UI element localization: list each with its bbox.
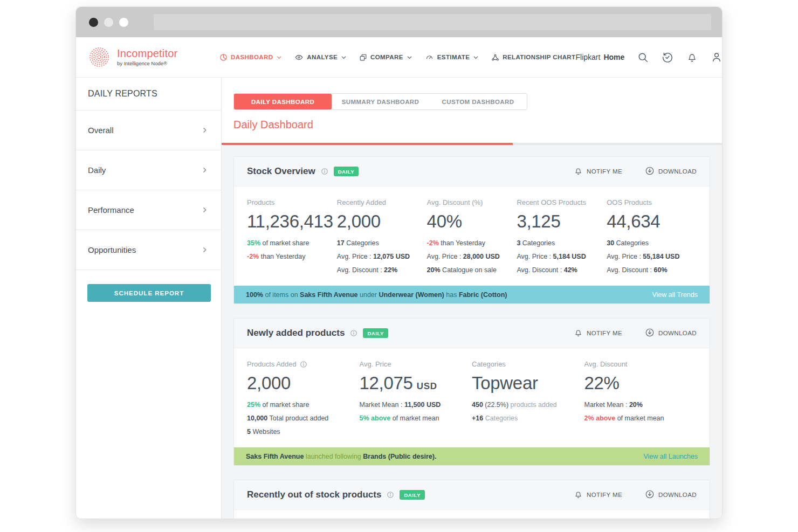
- insight-text: 100% of items on Saks Fifth Avenue under…: [246, 291, 507, 299]
- download-icon: [645, 489, 655, 500]
- info-icon[interactable]: [350, 329, 357, 337]
- banner-action-link[interactable]: View all Launches: [643, 453, 698, 460]
- card-header: Recently out of stock productsDAILYNOTIF…: [234, 480, 710, 510]
- daily-badge: DAILY: [334, 167, 359, 176]
- nav-item-label: ANALYSE: [307, 54, 338, 60]
- window-control-close[interactable]: [89, 18, 98, 27]
- metric-products: Products11,236,41335% of market share-2%…: [247, 198, 337, 277]
- metric-value: 12,075USD: [360, 373, 472, 393]
- metric-value: Topwear: [472, 373, 584, 393]
- metric-label: Categories: [472, 360, 584, 368]
- metric-avg-price: Avg. Price12,075USDMarket Mean : 11,500 …: [360, 360, 472, 439]
- metric-subline: 5% above of market mean: [360, 412, 472, 425]
- download-button[interactable]: DOWNLOAD: [645, 166, 697, 177]
- sidebar: DAILY REPORTS OverallDailyPerformanceOpp…: [76, 78, 222, 519]
- metric-value: 40%: [427, 211, 517, 232]
- metric-sublines: 25% of market share10,000 Total product …: [247, 398, 360, 439]
- history-icon[interactable]: [662, 51, 673, 63]
- tab-summary-dashboard[interactable]: SUMMARY DASHBOARD: [332, 94, 429, 109]
- metric-subline: Avg. Price : 12,075 USD: [337, 250, 427, 264]
- brand-logo[interactable]: Incompetitor by Intelligence Node®: [88, 46, 219, 68]
- metric-value: 22%: [584, 373, 697, 393]
- tab-daily-dashboard[interactable]: DAILY DASHBOARD: [234, 94, 332, 109]
- sidebar-item-overall[interactable]: Overall: [76, 110, 221, 150]
- relationship-chart-icon: [491, 53, 499, 61]
- user-icon[interactable]: [711, 51, 723, 63]
- schedule-report-button[interactable]: SCHEDULE REPORT: [87, 284, 211, 302]
- brand-logo-icon: [88, 46, 111, 68]
- bell-icon: [574, 328, 583, 338]
- address-bar[interactable]: [154, 14, 711, 30]
- metric-value: 2,000: [337, 211, 427, 232]
- card-title: Recently out of stock products: [247, 489, 381, 500]
- notify-me-button[interactable]: NOTIFY ME: [574, 167, 622, 177]
- bell-icon: [574, 167, 583, 177]
- card-actions: NOTIFY MEDOWNLOAD: [574, 489, 697, 500]
- download-button[interactable]: DOWNLOAD: [645, 328, 697, 338]
- compare-icon: [359, 53, 367, 61]
- banner-action-link[interactable]: View all Trends: [652, 291, 698, 299]
- info-icon[interactable]: [387, 491, 394, 499]
- chevron-right-icon: [201, 246, 208, 253]
- download-button[interactable]: DOWNLOAD: [645, 489, 697, 500]
- metric-recent-oos-products: Recent OOS Products3,1253 CategoriesAvg.…: [517, 198, 607, 277]
- card-recently-oos-products: Recently out of stock productsDAILYNOTIF…: [233, 480, 710, 519]
- metric-subline: 450 (22.5%) products added: [472, 398, 584, 412]
- card-metrics: Products Added2,00025% of market share10…: [234, 348, 710, 447]
- sidebar-item-label: Daily: [88, 165, 106, 175]
- info-icon[interactable]: [300, 361, 307, 368]
- notify-me-button[interactable]: NOTIFY ME: [574, 328, 622, 338]
- notify-me-button[interactable]: NOTIFY ME: [574, 490, 622, 500]
- dashboard-tabs: DAILY DASHBOARDSUMMARY DASHBOARDCUSTOM D…: [233, 93, 527, 110]
- metric-subline: -2% than Yesterday: [247, 250, 337, 264]
- metric-recently-added: Recently Added2,00017 CategoriesAvg. Pri…: [337, 198, 427, 277]
- tab-label: SUMMARY DASHBOARD: [342, 99, 419, 105]
- metric-value: 11,236,413: [247, 211, 337, 232]
- estimate-icon: [425, 53, 434, 61]
- cards-scroll-area[interactable]: Stock OverviewDAILYNOTIFY MEDOWNLOADProd…: [222, 145, 722, 519]
- download-label: DOWNLOAD: [658, 330, 697, 336]
- download-icon: [645, 328, 655, 338]
- metric-subline: Avg. Price : 55,184 USD: [607, 250, 697, 264]
- nav-item-compare[interactable]: COMPARE: [359, 53, 412, 61]
- metric-label: Products: [247, 198, 337, 206]
- metric-subline: Avg. Price : 28,000 USD: [427, 250, 517, 264]
- metric-products-added: Products Added2,00025% of market share10…: [247, 360, 360, 439]
- sidebar-item-daily[interactable]: Daily: [76, 150, 221, 190]
- search-icon[interactable]: [637, 52, 649, 63]
- dashboard-icon: [219, 53, 228, 61]
- nav-item-dashboard[interactable]: DASHBOARD: [219, 53, 282, 61]
- sidebar-item-performance[interactable]: Performance: [76, 190, 221, 230]
- sidebar-item-opportunities[interactable]: Opportunities: [76, 230, 221, 270]
- card-metrics: Products11,236,41335% of market share-2%…: [234, 186, 710, 286]
- download-label: DOWNLOAD: [658, 492, 697, 498]
- metric-label: Products Added: [247, 360, 360, 368]
- metric-sublines: -2% than YesterdayAvg. Price : 28,000 US…: [427, 237, 517, 277]
- browser-window: Incompetitor by Intelligence Node® DASHB…: [75, 6, 723, 519]
- info-icon[interactable]: [321, 168, 328, 175]
- nav-item-relationship-chart[interactable]: RELATIONSHIP CHART: [491, 53, 575, 61]
- window-control-maximize[interactable]: [119, 18, 128, 27]
- metric-sublines: 30 CategoriesAvg. Price : 55,184 USDAvg.…: [607, 237, 697, 277]
- nav-item-label: COMPARE: [370, 54, 403, 60]
- tab-label: DAILY DASHBOARD: [251, 99, 314, 105]
- notify-me-label: NOTIFY ME: [587, 492, 622, 498]
- metric-unit: USD: [417, 381, 437, 392]
- sidebar-item-label: Overall: [88, 126, 114, 135]
- card-metrics: OOS ProductsAvg. PriceCategoriesAvg. Dis…: [234, 510, 710, 519]
- metric-subline: Market Mean : 11,500 USD: [360, 398, 472, 412]
- nav-item-estimate[interactable]: ESTIMATE: [425, 53, 479, 61]
- metric-subline: 30 Categories: [607, 237, 697, 250]
- nav-item-analyse[interactable]: ANALYSE: [294, 53, 347, 61]
- header-account-area: FlipkartHome: [576, 50, 723, 65]
- chevron-down-icon: [276, 54, 282, 60]
- metric-sublines: 3 CategoriesAvg. Price : 5,184 USDAvg. D…: [517, 237, 607, 277]
- sidebar-items: OverallDailyPerformanceOpportunities: [76, 110, 221, 270]
- notifications-bell-icon[interactable]: [686, 52, 698, 63]
- metric-avg-discount: Avg. Discount (%)40%-2% than YesterdayAv…: [427, 198, 517, 277]
- window-control-minimize[interactable]: [104, 18, 113, 27]
- card-stock-overview: Stock OverviewDAILYNOTIFY MEDOWNLOADProd…: [233, 156, 710, 304]
- tab-custom-dashboard[interactable]: CUSTOM DASHBOARD: [429, 94, 527, 109]
- account-company: Flipkart: [576, 53, 601, 61]
- metric-subline: 3 Categories: [517, 237, 607, 250]
